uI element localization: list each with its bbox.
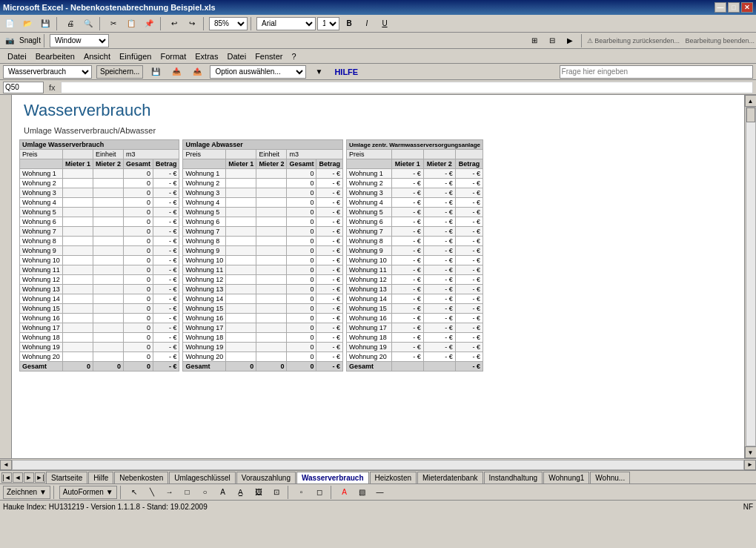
tab-hilfe[interactable]: Hilfe bbox=[88, 472, 113, 483]
tab-startseite[interactable]: Startseite bbox=[46, 472, 87, 483]
draw-rect[interactable]: □ bbox=[179, 485, 196, 500]
minimize-button[interactable]: — bbox=[714, 2, 726, 13]
underline-button[interactable]: U bbox=[377, 16, 393, 31]
t2-einheit-label: Einheit bbox=[256, 150, 287, 159]
scroll-down-button[interactable]: ▼ bbox=[745, 446, 757, 458]
draw-cursor[interactable]: ↖ bbox=[126, 485, 142, 500]
menu-help[interactable]: ? bbox=[287, 50, 300, 62]
scroll-right-button[interactable]: ► bbox=[744, 460, 756, 470]
menu-fenster[interactable]: Fenster bbox=[251, 50, 287, 62]
menu-ansicht[interactable]: Ansicht bbox=[79, 50, 115, 62]
tab-umlageschluessel[interactable]: Umlageschlüssel bbox=[169, 472, 236, 483]
speichern-button[interactable]: Speichern... bbox=[96, 65, 143, 79]
preview-button[interactable]: 🔍 bbox=[80, 16, 96, 31]
draw-color[interactable]: A bbox=[336, 485, 353, 500]
fx-icon[interactable]: fx bbox=[47, 83, 58, 92]
list-item: - € bbox=[455, 198, 483, 208]
draw-oval[interactable]: ○ bbox=[197, 485, 213, 500]
draw-3d[interactable]: ◻ bbox=[311, 485, 328, 500]
draw-diagram[interactable]: ⊡ bbox=[268, 485, 285, 500]
paste-button[interactable]: 📌 bbox=[141, 16, 157, 31]
menu-format[interactable]: Format bbox=[156, 50, 190, 62]
tab-heizkosten[interactable]: Heizkosten bbox=[370, 472, 417, 483]
draw-clipart[interactable]: 🖼 bbox=[251, 485, 267, 500]
draw-arrow[interactable]: → bbox=[162, 485, 178, 500]
window-combo[interactable]: Window bbox=[50, 34, 109, 47]
tab-mieterdatenbank[interactable]: Mieterdatenbank bbox=[417, 472, 483, 483]
scroll-left-button[interactable]: ◄ bbox=[0, 460, 12, 470]
scroll-track[interactable] bbox=[746, 107, 756, 446]
undo-button[interactable]: ↩ bbox=[166, 16, 182, 31]
list-item bbox=[62, 188, 93, 198]
tab-vorauszahlung[interactable]: Vorauszahlung bbox=[236, 472, 296, 483]
new-button[interactable]: 📄 bbox=[1, 16, 18, 31]
menu-datei2[interactable]: Datei bbox=[222, 50, 251, 62]
tab-nav-next[interactable]: ► bbox=[24, 472, 34, 483]
list-item bbox=[226, 246, 256, 256]
menu-einfuegen[interactable]: Einfügen bbox=[115, 50, 156, 62]
toolbar2-btn1[interactable]: ⊞ bbox=[526, 33, 543, 48]
draw-shadow[interactable]: ▫ bbox=[294, 485, 310, 500]
t3-empty2 bbox=[455, 150, 483, 159]
bold-button[interactable]: B bbox=[341, 16, 357, 31]
spreadsheet-content[interactable]: Wasserverbrauch Umlage Wasserverbrauch/A… bbox=[12, 95, 744, 458]
scroll-h-track[interactable] bbox=[12, 460, 744, 470]
list-item: - € bbox=[455, 188, 483, 198]
formula-input[interactable] bbox=[61, 82, 753, 93]
snagit-icon[interactable]: 📷 bbox=[1, 33, 18, 48]
maximize-button[interactable]: □ bbox=[728, 2, 740, 13]
toolbar2-btn3[interactable]: ▶ bbox=[562, 33, 578, 48]
draw-wordart[interactable]: A̲ bbox=[233, 485, 249, 500]
italic-button[interactable]: I bbox=[359, 16, 375, 31]
draw-line-color[interactable]: — bbox=[372, 485, 388, 500]
draw-line[interactable]: ╲ bbox=[144, 485, 160, 500]
list-item bbox=[256, 323, 287, 333]
draw-textbox[interactable]: A bbox=[215, 485, 231, 500]
hilfe-link[interactable]: HILFE bbox=[331, 67, 361, 76]
font-name-combo[interactable]: Arial bbox=[256, 17, 316, 30]
toolbar2-btn2[interactable]: ⊟ bbox=[544, 33, 560, 48]
list-item: - € bbox=[423, 208, 455, 217]
list-item: 0 bbox=[123, 265, 153, 275]
option-combo[interactable]: Option auswählen... bbox=[210, 65, 306, 79]
list-item bbox=[93, 314, 123, 323]
zoom-combo[interactable]: 85%100%75% bbox=[209, 17, 248, 30]
open-button[interactable]: 📂 bbox=[19, 16, 36, 31]
task-icon3[interactable]: 📤 bbox=[189, 65, 205, 79]
tab-nav-first[interactable]: |◄ bbox=[1, 472, 12, 483]
tab-nav-prev[interactable]: ◄ bbox=[13, 472, 23, 483]
tab-wasserverbrauch[interactable]: Wasserverbrauch bbox=[296, 472, 369, 483]
option-btn[interactable]: ▼ bbox=[311, 65, 327, 79]
scroll-thumb[interactable] bbox=[746, 108, 755, 122]
autoformen-button[interactable]: AutoFormen ▼ bbox=[59, 486, 117, 499]
name-box[interactable] bbox=[3, 82, 44, 93]
tab-nebenkosten[interactable]: Nebenkosten bbox=[114, 472, 168, 483]
horizontal-scrollbar[interactable]: ◄ ► bbox=[0, 458, 756, 470]
menu-bearbeiten[interactable]: Bearbeiten bbox=[31, 50, 79, 62]
tab-instandhaltung[interactable]: Instandhaltung bbox=[484, 472, 543, 483]
search-input[interactable] bbox=[560, 65, 753, 79]
task-icon1[interactable]: 💾 bbox=[147, 65, 164, 79]
list-item bbox=[226, 217, 256, 227]
task-icon2[interactable]: 📥 bbox=[168, 65, 185, 79]
draw-fill-color[interactable]: ▧ bbox=[354, 485, 371, 500]
tab-wohnung-more[interactable]: Wohnu... bbox=[590, 472, 630, 483]
sheet-name-combo[interactable]: Wasserverbrauch bbox=[3, 65, 92, 79]
close-button[interactable]: ✕ bbox=[741, 2, 753, 13]
menu-extras[interactable]: Extras bbox=[190, 50, 222, 62]
copy-button[interactable]: 📋 bbox=[123, 16, 139, 31]
font-size-combo[interactable]: 10 bbox=[317, 17, 339, 30]
cut-button[interactable]: ✂ bbox=[105, 16, 122, 31]
scroll-up-button[interactable]: ▲ bbox=[745, 95, 757, 107]
list-item: Wohnung 7 bbox=[20, 227, 63, 237]
save-tb-button[interactable]: 💾 bbox=[37, 16, 53, 31]
print-button[interactable]: 🖨 bbox=[62, 16, 79, 31]
menu-datei[interactable]: Datei bbox=[3, 50, 31, 62]
tab-nav-last[interactable]: ►| bbox=[35, 472, 45, 483]
vertical-scrollbar[interactable]: ▲ ▼ bbox=[744, 95, 756, 458]
tab-wohnung1[interactable]: Wohnung1 bbox=[543, 472, 589, 483]
redo-button[interactable]: ↪ bbox=[184, 16, 200, 31]
zeichnen-button[interactable]: Zeichnen ▼ bbox=[3, 486, 50, 499]
list-item bbox=[62, 352, 93, 362]
list-item bbox=[62, 285, 93, 294]
